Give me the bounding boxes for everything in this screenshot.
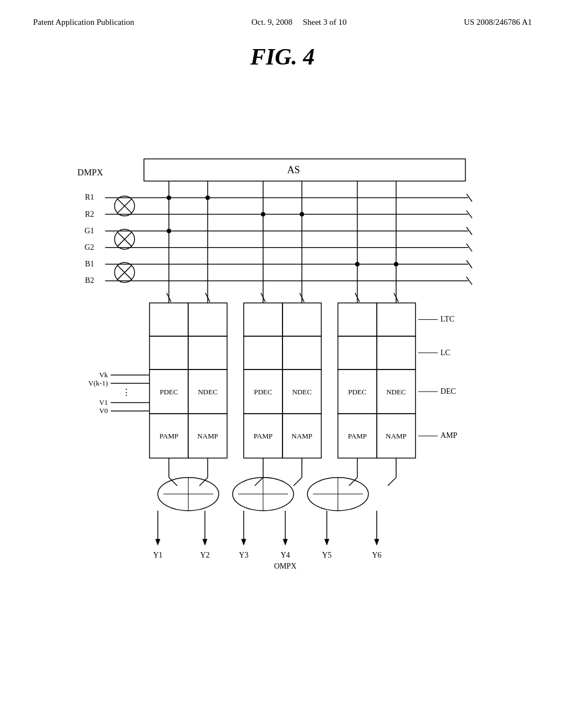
dmpx-label: DMPX [77, 168, 103, 177]
lc-ndec3-box [377, 336, 415, 370]
pamp2-label: PAMP [254, 432, 273, 440]
diagram: DMPX AS [33, 72, 532, 706]
diagram-svg: DMPX AS [33, 72, 532, 706]
y6-label: Y6 [372, 550, 381, 559]
namp3-label: NAMP [386, 432, 407, 440]
ltc-label: LTC [440, 314, 454, 323]
ltc-pdec1-box [150, 303, 188, 336]
namp2-label: NAMP [291, 432, 312, 440]
r2-label: R2 [85, 210, 94, 218]
ndec3-label: NDEC [386, 388, 406, 396]
lc-pdec2-box [244, 336, 282, 370]
amp-label: AMP [440, 431, 457, 440]
r1-label: R1 [85, 192, 94, 201]
lc-pdec1-box [150, 336, 188, 370]
svg-point-12 [167, 195, 171, 200]
header-center: Oct. 9, 2008 Sheet 3 of 10 [252, 18, 347, 27]
pdec3-label: PDEC [348, 388, 366, 396]
page: Patent Application Publication Oct. 9, 2… [0, 0, 565, 728]
header-left: Patent Application Publication [33, 18, 134, 27]
ltc-pdec2-box [244, 303, 282, 336]
header-right: US 2008/246786 A1 [464, 18, 532, 27]
lc-label: LC [440, 348, 450, 357]
svg-point-15 [300, 212, 304, 217]
y1-label: Y1 [153, 550, 162, 559]
g1-label: G1 [84, 226, 94, 235]
svg-line-24 [388, 478, 396, 486]
vk1-label: V(k-1) [88, 379, 108, 387]
v0-label: V0 [99, 406, 108, 415]
ltc-ndec3-box [377, 303, 415, 336]
svg-point-16 [167, 229, 171, 233]
svg-point-18 [394, 262, 398, 266]
lc-ndec1-box [188, 336, 227, 370]
ndec2-label: NDEC [292, 388, 312, 396]
vk-label: Vk [99, 371, 108, 379]
lc-pdec3-box [338, 336, 376, 370]
as-box [144, 159, 466, 181]
b1-label: B1 [85, 259, 94, 268]
namp1-label: NAMP [198, 432, 218, 440]
svg-point-17 [355, 262, 360, 266]
figure-title: FIG. 4 [0, 44, 565, 70]
svg-point-13 [205, 195, 210, 200]
as-label: AS [287, 164, 300, 175]
pamp3-label: PAMP [348, 432, 366, 440]
header: Patent Application Publication Oct. 9, 2… [0, 0, 565, 27]
lc-ndec2-box [282, 336, 321, 370]
pdec2-label: PDEC [254, 388, 272, 396]
ltc-pdec3-box [338, 303, 376, 336]
b2-label: B2 [85, 276, 94, 285]
v1-label: V1 [99, 398, 108, 406]
ompx-label: OMPX [274, 561, 297, 570]
svg-line-22 [294, 478, 302, 486]
pdec1-label: PDEC [159, 388, 178, 396]
y5-label: Y5 [322, 550, 332, 559]
dots-label: ⋮ [122, 388, 131, 397]
y2-label: Y2 [200, 550, 210, 559]
y4-label: Y4 [280, 550, 290, 559]
svg-point-14 [261, 212, 265, 217]
ltc-ndec2-box [282, 303, 321, 336]
ltc-ndec1-box [188, 303, 227, 336]
pamp1-label: PAMP [159, 432, 178, 440]
g2-label: G2 [84, 243, 94, 251]
ndec1-label: NDEC [198, 388, 218, 396]
y3-label: Y3 [239, 550, 248, 559]
svg-line-21 [255, 478, 263, 486]
dec-label: DEC [440, 387, 456, 395]
